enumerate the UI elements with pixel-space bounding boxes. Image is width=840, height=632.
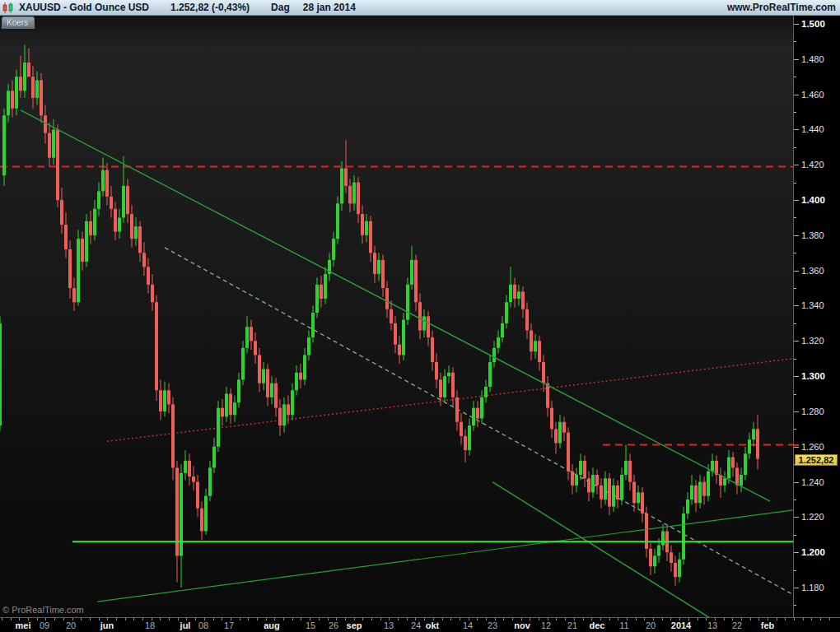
candle-body	[579, 461, 582, 475]
candle-body	[752, 429, 755, 439]
candle-body	[188, 461, 191, 476]
candle-body	[657, 546, 660, 556]
cursor-date: 28 jan 2014	[303, 2, 356, 13]
date-tick	[811, 618, 812, 620]
candle-body	[114, 209, 117, 232]
date-tick	[169, 618, 170, 620]
candle-body	[278, 408, 282, 425]
date-label: sep	[347, 620, 362, 631]
candle-body	[31, 77, 35, 98]
candle-body	[64, 225, 68, 249]
price-tick	[794, 341, 799, 342]
candle-body	[282, 404, 286, 425]
candle-body	[138, 226, 142, 253]
candle-body	[60, 200, 63, 225]
date-tick	[618, 618, 618, 620]
candle-body	[171, 404, 175, 467]
date-tick	[283, 618, 284, 620]
candle-body	[89, 221, 92, 235]
candle-body	[142, 253, 146, 267]
candle-body	[464, 436, 467, 450]
candle-body	[68, 249, 72, 288]
candle-body	[258, 355, 261, 383]
candle-body	[225, 394, 228, 417]
price-label: 1.440	[801, 124, 824, 134]
candle-body	[608, 478, 611, 506]
date-label: 11	[619, 620, 628, 631]
candle-body	[698, 482, 702, 504]
tab-koers[interactable]: Koers	[2, 16, 35, 29]
date-tick	[240, 618, 240, 620]
candle-body	[567, 433, 570, 472]
candle-body	[250, 327, 253, 341]
candle-body	[670, 552, 673, 563]
candle-body	[212, 447, 216, 468]
candle-body	[340, 169, 343, 204]
candle-body	[184, 461, 187, 473]
candle-body	[534, 341, 537, 351]
date-label: 15	[306, 620, 315, 631]
candlestick-chart[interactable]	[0, 16, 793, 617]
candle-body	[348, 186, 352, 203]
date-label: dec	[590, 620, 605, 631]
price-tick	[794, 129, 799, 130]
candle-body	[744, 453, 747, 475]
candle-body	[311, 313, 315, 337]
date-tick	[820, 618, 821, 620]
candle-body	[422, 316, 426, 330]
time-axis[interactable]: mei0920jun18jul0817aug1526sep1324okt1423…	[0, 617, 840, 632]
candle-body	[748, 439, 751, 453]
date-tick	[362, 618, 363, 620]
candle-body	[637, 492, 640, 503]
price-tick	[794, 429, 796, 430]
candle-body	[632, 482, 636, 504]
price-label: 1.340	[801, 300, 824, 310]
candle-body	[336, 203, 339, 239]
trend-line-long-green-downtrend	[21, 110, 770, 501]
candle-body	[686, 500, 689, 514]
date-tick	[398, 618, 399, 620]
date-label: 20	[66, 620, 76, 631]
candle-body	[702, 482, 706, 496]
candle-body	[731, 458, 735, 468]
candle-body	[628, 461, 632, 482]
candle-body	[505, 302, 508, 323]
candle-body	[381, 260, 385, 288]
candle-body	[595, 475, 599, 486]
candle-body	[118, 217, 121, 231]
prorealtime-link[interactable]: www.ProRealTime.com	[727, 2, 836, 13]
candle-body	[583, 461, 586, 478]
candle-body	[460, 422, 463, 436]
date-label: 23	[488, 620, 497, 631]
candle-body	[266, 369, 269, 397]
price-label: 1.460	[801, 90, 824, 100]
candle-body	[517, 291, 520, 299]
price-axis[interactable]: 1.252,82 1.5001.4801.4601.4401.4201.4001…	[794, 16, 840, 617]
price-label: 1.180	[801, 583, 824, 592]
candle-body	[295, 373, 298, 390]
candle-body	[587, 478, 590, 492]
candle-body	[48, 133, 51, 158]
price-tick	[794, 288, 796, 289]
date-label: 12	[541, 620, 551, 631]
chart-area[interactable]: Koers © ProRealTime.com	[0, 16, 794, 617]
candle-body	[406, 285, 409, 320]
date-tick	[512, 618, 513, 620]
date-tick	[54, 618, 55, 620]
price-tick	[794, 112, 796, 113]
candle-body	[620, 475, 623, 500]
price-tick	[794, 305, 799, 306]
date-tick	[477, 618, 478, 620]
date-label: 17	[224, 620, 234, 631]
candle-body	[27, 63, 30, 77]
price-label: 1.300	[801, 371, 825, 381]
price-label: 1.260	[801, 442, 824, 452]
copyright-watermark: © ProRealTime.com	[2, 605, 84, 615]
candle-body	[575, 475, 578, 486]
candle-body	[402, 320, 405, 356]
date-tick	[11, 618, 12, 620]
candle-body	[645, 514, 648, 549]
candle-body	[299, 373, 302, 380]
candle-body	[740, 475, 743, 486]
candle-body	[451, 373, 455, 397]
